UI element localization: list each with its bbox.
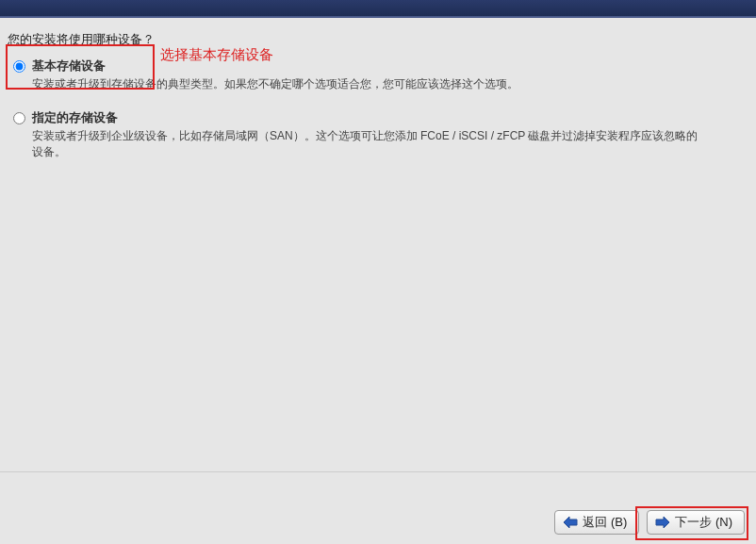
option-special[interactable]: 指定的存储设备 安装或者升级到企业级设备，比如存储局域网（SAN）。这个选项可让… xyxy=(13,109,748,160)
option-special-title: 指定的存储设备 xyxy=(32,109,701,126)
option-basic[interactable]: 基本存储设备 安装或者升级到存储设备的典型类型。如果您不确定哪个选项适合您，您可… xyxy=(13,58,748,92)
radio-special[interactable] xyxy=(13,112,25,124)
arrow-right-icon xyxy=(655,516,670,529)
option-special-desc: 安装或者升级到企业级设备，比如存储局域网（SAN）。这个选项可让您添加 FCoE… xyxy=(32,128,701,160)
main-content: 您的安装将使用哪种设备？ 基本存储设备 安装或者升级到存储设备的典型类型。如果您… xyxy=(0,18,756,159)
footer-separator xyxy=(0,471,756,472)
next-button[interactable]: 下一步 (N) xyxy=(647,510,745,535)
option-basic-title: 基本存储设备 xyxy=(32,58,701,74)
option-basic-desc: 安装或者升级到存储设备的典型类型。如果您不确定哪个选项适合您，您可能应该选择这个… xyxy=(32,76,701,92)
prompt-text: 您的安装将使用哪种设备？ xyxy=(8,31,748,48)
footer-buttons: 返回 (B) 下一步 (N) xyxy=(554,510,745,535)
arrow-left-icon xyxy=(563,516,578,529)
back-button-label: 返回 (B) xyxy=(583,514,627,531)
annotation-text: 选择基本存储设备 xyxy=(160,46,273,64)
header-strip xyxy=(0,0,756,18)
radio-basic[interactable] xyxy=(13,60,25,73)
back-button[interactable]: 返回 (B) xyxy=(554,510,639,535)
next-button-label: 下一步 (N) xyxy=(675,514,732,531)
